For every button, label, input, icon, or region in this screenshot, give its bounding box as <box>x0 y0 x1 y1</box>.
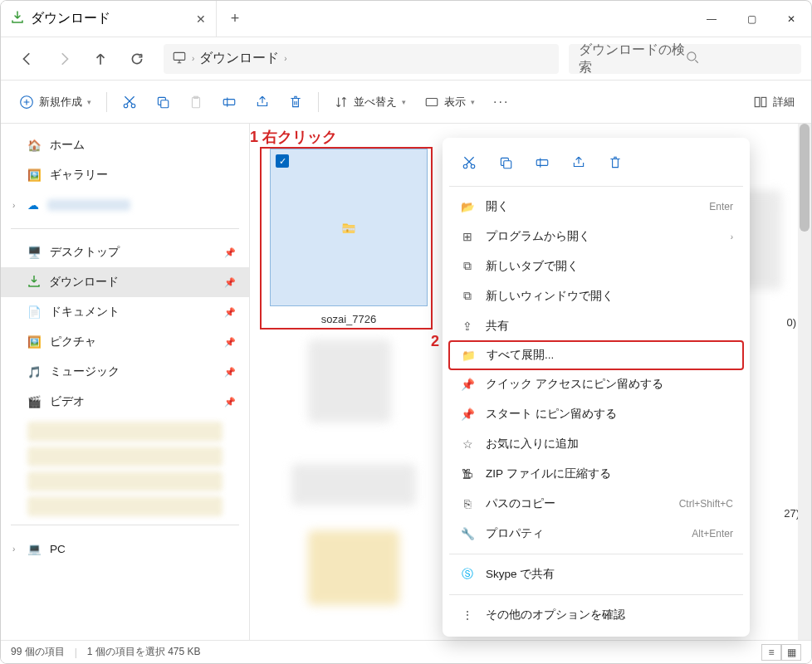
download-icon <box>27 275 41 290</box>
menu-more-options[interactable]: ⋮その他のオプションを確認 <box>449 600 743 630</box>
path-icon: ⎘ <box>459 498 476 510</box>
menu-pin-start[interactable]: 📌スタート にピン留めする <box>449 399 743 429</box>
pin-icon: 📌 <box>224 307 236 318</box>
skype-icon: Ⓢ <box>459 567 476 582</box>
sidebar-item-pc[interactable]: › 💻 PC <box>1 534 249 564</box>
cut-button[interactable] <box>114 87 145 117</box>
scrollbar-thumb[interactable] <box>800 124 810 232</box>
pin-icon: 📌 <box>224 397 236 408</box>
title-bar: ダウンロード ✕ + — ▢ ✕ <box>1 1 811 37</box>
star-icon: ☆ <box>459 437 476 451</box>
search-input[interactable]: ダウンロードの検索 <box>569 44 801 74</box>
sidebar-item-onedrive[interactable]: › ☁ <box>1 190 249 220</box>
share-button[interactable] <box>562 148 595 178</box>
status-selection: 1 個の項目を選択 475 KB <box>87 645 201 659</box>
copy-button[interactable] <box>489 148 522 178</box>
sort-button[interactable]: 並べ替え ▾ <box>325 87 414 117</box>
grid-view-button[interactable]: ▦ <box>781 644 801 661</box>
svg-rect-19 <box>536 160 548 166</box>
svg-point-16 <box>471 164 475 168</box>
details-button[interactable]: 詳細 <box>746 95 801 110</box>
svg-rect-0 <box>174 52 185 60</box>
chevron-right-icon: › <box>731 232 733 242</box>
wrench-icon: 🔧 <box>459 527 476 540</box>
menu-copy-path[interactable]: ⎘パスのコピーCtrl+Shift+C <box>449 489 743 519</box>
pin-icon: 📌 <box>224 277 236 288</box>
breadcrumb-item[interactable]: ダウンロード <box>199 50 279 67</box>
svg-rect-11 <box>755 97 760 106</box>
svg-point-3 <box>124 104 128 108</box>
home-icon: 🏠 <box>27 139 42 152</box>
sidebar-item-documents[interactable]: 📄 ドキュメント 📌 <box>1 297 249 327</box>
more-icon: ⋮ <box>459 608 476 622</box>
menu-pin-quick-access[interactable]: 📌クイック アクセスにピン留めする <box>449 369 743 399</box>
grid-icon: ⊞ <box>459 230 476 243</box>
cloud-icon: ☁ <box>27 198 39 212</box>
sidebar-item-pictures[interactable]: 🖼️ ピクチャ 📌 <box>1 327 249 357</box>
pin-icon: 📌 <box>224 247 236 258</box>
list-view-button[interactable]: ≡ <box>761 644 781 661</box>
pc-icon: 💻 <box>27 542 42 555</box>
sidebar-item-music[interactable]: 🎵 ミュージック 📌 <box>1 357 249 387</box>
menu-add-favorite[interactable]: ☆お気に入りに追加 <box>449 429 743 459</box>
sidebar-item-desktop[interactable]: 🖥️ デスクトップ 📌 <box>1 237 249 267</box>
chevron-right-icon: › <box>12 544 15 554</box>
pin-icon: 📌 <box>459 378 476 391</box>
share-icon: ⇪ <box>459 320 476 333</box>
delete-button[interactable] <box>599 148 632 178</box>
refresh-button[interactable] <box>120 44 154 74</box>
new-tab-button[interactable]: + <box>217 1 253 37</box>
up-button[interactable] <box>84 44 117 74</box>
file-thumbnail[interactable]: ✓ <box>270 149 428 306</box>
video-icon: 🎬 <box>27 395 42 408</box>
close-window-button[interactable]: ✕ <box>771 1 811 37</box>
window-tab[interactable]: ダウンロード ✕ <box>1 1 217 37</box>
newtab-icon: ⧉ <box>459 260 476 273</box>
minimize-button[interactable]: — <box>692 1 731 37</box>
close-tab-icon[interactable]: ✕ <box>196 12 206 26</box>
menu-open[interactable]: 📂開くEnter <box>449 192 743 222</box>
context-menu: 📂開くEnter ⊞プログラムから開く› ⧉新しいタブで開く ⧉新しいウィンドウ… <box>443 138 750 637</box>
rename-button[interactable] <box>526 148 559 178</box>
menu-properties[interactable]: 🔧プロパティAlt+Enter <box>449 519 743 549</box>
sidebar-item-home[interactable]: 🏠 ホーム <box>1 130 249 160</box>
file-item-zip[interactable]: ✓ sozai_7726 <box>262 149 436 325</box>
sidebar-item-gallery[interactable]: 🖼️ ギャラリー <box>1 160 249 190</box>
cut-button[interactable] <box>452 148 486 178</box>
paste-button[interactable] <box>180 87 212 117</box>
pin-icon: 📌 <box>224 337 236 348</box>
context-menu-quickactions <box>449 144 743 181</box>
view-button[interactable]: 表示 ▾ <box>416 87 483 117</box>
monitor-icon <box>172 50 187 68</box>
menu-extract-all[interactable]: 📁すべて展開... <box>448 340 744 370</box>
share-button[interactable] <box>247 87 278 117</box>
new-button[interactable]: 新規作成 ▾ <box>11 87 100 117</box>
sidebar-item-videos[interactable]: 🎬 ビデオ 📌 <box>1 387 249 417</box>
more-button[interactable]: ··· <box>485 87 517 117</box>
scrollbar[interactable] <box>798 124 811 640</box>
menu-open-with[interactable]: ⊞プログラムから開く› <box>449 222 743 251</box>
menu-compress-zip[interactable]: 🗜ZIP ファイルに圧縮する <box>449 459 743 489</box>
svg-rect-18 <box>504 161 511 168</box>
delete-button[interactable] <box>280 87 311 117</box>
window-controls: — ▢ ✕ <box>692 1 811 37</box>
back-button[interactable] <box>11 44 44 74</box>
sidebar-item-downloads[interactable]: ダウンロード 📌 <box>1 267 249 297</box>
download-icon <box>11 11 24 27</box>
svg-point-1 <box>687 51 696 60</box>
desktop-icon: 🖥️ <box>27 246 42 259</box>
status-count: 99 個の項目 <box>11 645 65 659</box>
breadcrumb[interactable]: › ダウンロード › <box>164 44 559 74</box>
menu-open-new-tab[interactable]: ⧉新しいタブで開く <box>449 251 743 281</box>
maximize-button[interactable]: ▢ <box>731 1 771 37</box>
navigation-bar: › ダウンロード › ダウンロードの検索 <box>1 37 811 81</box>
checkbox-checked-icon[interactable]: ✓ <box>276 154 289 168</box>
menu-skype-share[interactable]: ⓈSkype で共有 <box>449 559 743 589</box>
forward-button[interactable] <box>47 44 81 74</box>
rename-button[interactable] <box>213 87 245 117</box>
menu-share[interactable]: ⇪共有 <box>449 311 743 341</box>
navigation-pane[interactable]: 🏠 ホーム 🖼️ ギャラリー › ☁ 🖥️ デスクトップ 📌 ダウンロード 📌 … <box>1 124 250 640</box>
svg-rect-12 <box>761 97 766 106</box>
copy-button[interactable] <box>147 87 179 117</box>
menu-open-new-window[interactable]: ⧉新しいウィンドウで開く <box>449 281 743 311</box>
